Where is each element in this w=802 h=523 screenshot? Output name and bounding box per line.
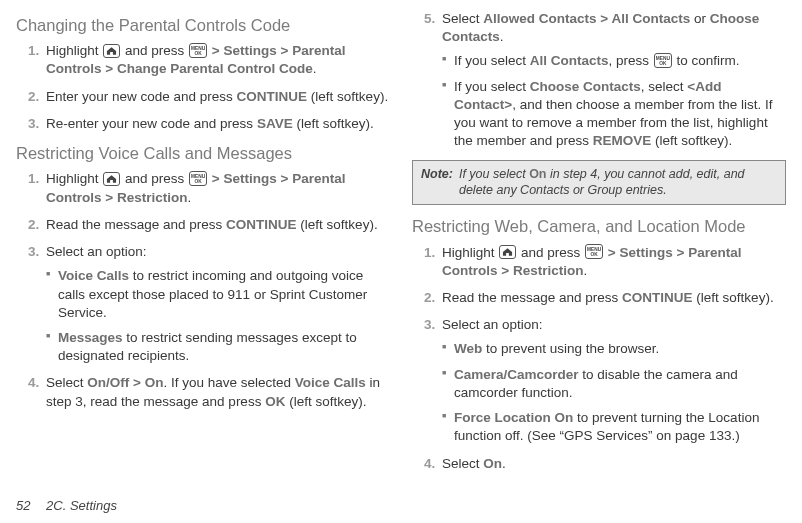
option-item: Camera/Camcorder to disable the camera a… (442, 366, 786, 402)
menu-ok-icon: MENUOK (585, 244, 603, 259)
step-item: 2. Enter your new code and press CONTINU… (32, 88, 390, 106)
page-footer: 52 2C. Settings (16, 497, 117, 515)
option-list: Web to prevent using the browser. Camera… (442, 340, 786, 445)
step-text: Highlight and press MENUOK > Settings > … (46, 43, 345, 76)
step-number: 5. (424, 10, 435, 28)
heading-change-parental-code: Changing the Parental Controls Code (16, 14, 390, 36)
heading-restrict-web-cam-loc: Restricting Web, Camera, and Location Mo… (412, 215, 786, 237)
step-item: 3. Select an option: Web to prevent usin… (428, 316, 786, 445)
section-label: 2C. Settings (46, 498, 117, 513)
step-item: 1. Highlight and press MENUOK > Settings… (428, 244, 786, 280)
step-number: 2. (28, 88, 39, 106)
page-number: 52 (16, 498, 30, 513)
step-number: 4. (28, 374, 39, 392)
step-item: 3. Re-enter your new code and press SAVE… (32, 115, 390, 133)
step-text: Read the message and press CONTINUE (lef… (442, 290, 774, 305)
step-item: 2. Read the message and press CONTINUE (… (32, 216, 390, 234)
step-text: Read the message and press CONTINUE (lef… (46, 217, 378, 232)
home-icon (103, 172, 120, 186)
steps-restrict-voice-msgs: 1. Highlight and press MENUOK > Settings… (16, 170, 390, 410)
step-text: Select an option: (46, 244, 147, 259)
note-text: If you select On in step 4, you cannot a… (459, 166, 777, 200)
step-number: 3. (28, 243, 39, 261)
step-number: 3. (28, 115, 39, 133)
home-icon (103, 44, 120, 58)
steps-continued: 5. Select Allowed Contacts > All Contact… (412, 10, 786, 151)
step-text: Select Allowed Contacts > All Contacts o… (442, 11, 759, 44)
option-list: Voice Calls to restrict incoming and out… (46, 267, 390, 365)
step-text: Enter your new code and press CONTINUE (… (46, 89, 388, 104)
step-text: Select On/Off > On. If you have selected… (46, 375, 380, 408)
step-number: 2. (424, 289, 435, 307)
option-list: If you select All Contacts, press MENUOK… (442, 52, 786, 150)
step-item: 2. Read the message and press CONTINUE (… (428, 289, 786, 307)
step-number: 2. (28, 216, 39, 234)
home-icon (499, 245, 516, 259)
option-item: Voice Calls to restrict incoming and out… (46, 267, 390, 322)
heading-restrict-voice-msgs: Restricting Voice Calls and Messages (16, 142, 390, 164)
step-item: 1. Highlight and press MENUOK > Settings… (32, 170, 390, 206)
steps-restrict-web-cam-loc: 1. Highlight and press MENUOK > Settings… (412, 244, 786, 473)
menu-ok-icon: MENUOK (654, 53, 672, 68)
option-item: Messages to restrict sending messages ex… (46, 329, 390, 365)
step-item: 5. Select Allowed Contacts > All Contact… (428, 10, 786, 151)
step-text: Re-enter your new code and press SAVE (l… (46, 116, 374, 131)
step-item: 1. Highlight and press MENUOK > Settings… (32, 42, 390, 78)
step-text: Select On. (442, 456, 506, 471)
option-item: If you select Choose Contacts, select <A… (442, 78, 786, 151)
option-item: Web to prevent using the browser. (442, 340, 786, 358)
option-item: If you select All Contacts, press MENUOK… (442, 52, 786, 70)
step-number: 4. (424, 455, 435, 473)
step-number: 1. (28, 42, 39, 60)
step-number: 1. (28, 170, 39, 188)
page-columns: Changing the Parental Controls Code 1. H… (16, 10, 786, 482)
step-item: 4. Select On. (428, 455, 786, 473)
step-number: 3. (424, 316, 435, 334)
right-column: 5. Select Allowed Contacts > All Contact… (412, 10, 786, 482)
step-item: 3. Select an option: Voice Calls to rest… (32, 243, 390, 365)
step-item: 4. Select On/Off > On. If you have selec… (32, 374, 390, 410)
steps-change-parental-code: 1. Highlight and press MENUOK > Settings… (16, 42, 390, 133)
note-label: Note: (421, 166, 453, 200)
step-text: Select an option: (442, 317, 543, 332)
note-box: Note: If you select On in step 4, you ca… (412, 160, 786, 206)
step-text: Highlight and press MENUOK > Settings > … (442, 245, 741, 278)
step-number: 1. (424, 244, 435, 262)
option-item: Force Location On to prevent turning the… (442, 409, 786, 445)
menu-ok-icon: MENUOK (189, 171, 207, 186)
left-column: Changing the Parental Controls Code 1. H… (16, 10, 390, 482)
menu-ok-icon: MENUOK (189, 43, 207, 58)
step-text: Highlight and press MENUOK > Settings > … (46, 171, 345, 204)
